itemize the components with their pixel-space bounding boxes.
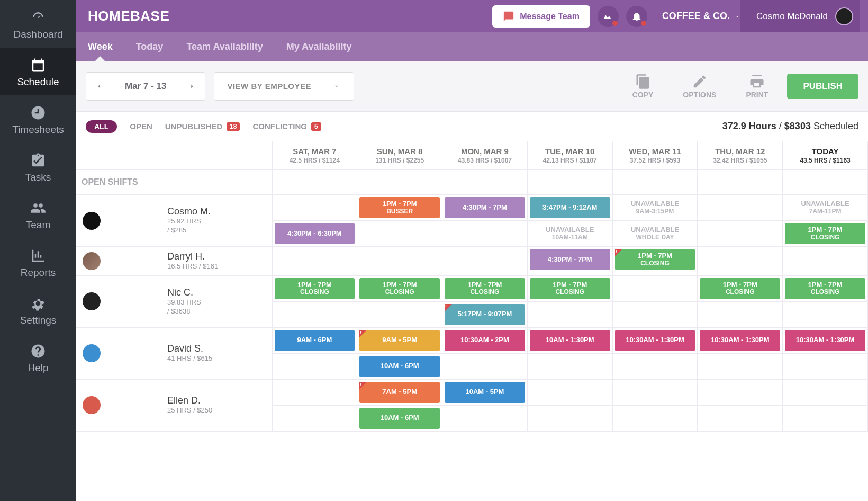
schedule-slot[interactable] [527,405,612,431]
schedule-slot[interactable] [612,275,698,301]
shift-block[interactable]: 9AM - 6PM [275,330,355,351]
schedule-slot[interactable]: 1PM - 7PMCLOSING [272,275,357,301]
schedule-slot[interactable] [527,353,612,379]
shift-block[interactable]: 1PM - 7PMCLOSING [785,223,865,244]
schedule-slot[interactable]: 4:30PM - 7PM [527,247,612,276]
shift-block[interactable]: 10AM - 5PM [445,382,525,403]
schedule-slot[interactable]: 9AM - 6PM [272,327,357,353]
sidebar-item-team[interactable]: Team [0,191,76,238]
prev-week-button[interactable] [86,73,112,100]
schedule-slot[interactable]: 1PM - 7PMCLOSING [698,275,783,301]
user-menu[interactable]: Cosmo McDonald [740,0,860,32]
open-shift-slot[interactable] [612,170,698,195]
shift-block[interactable]: 10AM - 1:30PM [530,330,610,351]
schedule-slot[interactable]: 1PM - 7PMCLOSING [357,275,442,301]
schedule-slot[interactable] [698,405,783,431]
shift-block[interactable]: 4:30PM - 6:30PM [275,223,355,244]
schedule-slot[interactable]: 10AM - 6PM [357,353,442,379]
schedule-slot[interactable]: 9AM - 5PM [357,327,442,353]
schedule-slot[interactable] [612,353,698,379]
schedule-slot[interactable] [612,405,698,431]
schedule-slot[interactable]: 1PM - 7PMBUSSER [357,195,442,221]
schedule-slot[interactable]: 10AM - 5PM [442,379,528,405]
schedule-slot[interactable]: 5:17PM - 9:07PM [442,301,528,327]
schedule-slot[interactable]: UNAVAILABLE9AM-3:15PM [612,195,698,221]
notifications-button[interactable] [626,6,647,27]
schedule-slot[interactable] [698,221,783,247]
schedule-slot[interactable]: 10AM - 6PM [357,405,442,431]
sidebar-item-timesheets[interactable]: Timesheets [0,95,76,143]
sidebar-item-settings[interactable]: Settings [0,286,76,334]
schedule-slot[interactable] [442,405,528,431]
shift-block[interactable]: 1PM - 7PMBUSSER [359,197,440,218]
schedule-slot[interactable] [698,301,783,327]
schedule-slot[interactable] [698,379,783,405]
schedule-slot[interactable]: UNAVAILABLE7AM-11PM [783,195,868,221]
shift-block[interactable]: 1PM - 7PMCLOSING [445,278,525,299]
subtab-week[interactable]: Week [86,41,115,61]
schedule-slot[interactable] [612,379,698,405]
schedule-slot[interactable] [442,247,528,276]
filter-conflicting[interactable]: CONFLICTING 5 [252,122,321,131]
subtab-today[interactable]: Today [134,41,166,61]
view-by-selector[interactable]: VIEW BY EMPLOYEE [214,72,354,101]
schedule-slot[interactable] [527,379,612,405]
shift-block[interactable]: 10:30AM - 1:30PM [615,330,695,351]
schedule-slot[interactable] [783,405,868,431]
schedule-slot[interactable] [783,247,868,276]
subtab-my_avail[interactable]: My Availability [284,41,354,61]
shift-block[interactable]: 1PM - 7PMCLOSING [275,278,355,299]
shift-block[interactable]: 7AM - 5PM [359,382,440,403]
shift-block[interactable]: 1PM - 7PMCLOSING [785,278,865,299]
schedule-slot[interactable] [527,301,612,327]
schedule-slot[interactable]: 10:30AM - 1:30PM [698,327,783,353]
schedule-slot[interactable] [272,247,357,276]
open-shift-slot[interactable] [357,170,442,195]
shift-block[interactable]: 10:30AM - 2PM [445,330,525,351]
shift-block[interactable]: 1PM - 7PMCLOSING [359,278,440,299]
schedule-slot[interactable]: 4:30PM - 7PM [442,195,528,221]
schedule-slot[interactable]: 10:30AM - 2PM [442,327,528,353]
shift-block[interactable]: 1PM - 7PMCLOSING [700,278,780,299]
sidebar-item-reports[interactable]: Reports [0,238,76,286]
schedule-slot[interactable] [442,221,528,247]
message-team-button[interactable]: Message Team [492,5,590,28]
schedule-slot[interactable] [698,195,783,221]
schedule-slot[interactable] [272,301,357,327]
next-week-button[interactable] [179,73,205,100]
date-range[interactable]: Mar 7 - 13 [112,73,179,100]
shift-block[interactable]: 10AM - 6PM [359,356,440,377]
sidebar-item-dashboard[interactable]: Dashboard [0,0,76,48]
options-button[interactable]: OPTIONS [672,74,727,99]
schedule-slot[interactable]: 1PM - 7PMCLOSING [783,221,868,247]
sidebar-item-schedule[interactable]: Schedule [0,48,76,95]
open-shift-slot[interactable] [783,170,868,195]
copy-button[interactable]: COPY [622,74,664,99]
schedule-slot[interactable]: 1PM - 7PMCLOSING [527,275,612,301]
schedule-slot[interactable] [442,353,528,379]
shift-block[interactable]: 1PM - 7PMCLOSING [530,278,610,299]
open-shift-slot[interactable] [272,170,357,195]
shift-block[interactable]: 10:30AM - 1:30PM [700,330,780,351]
shift-block[interactable]: 10AM - 6PM [359,408,440,429]
schedule-slot[interactable]: UNAVAILABLE10AM-11AM [527,221,612,247]
schedule-slot[interactable] [357,301,442,327]
schedule-slot[interactable]: 10:30AM - 1:30PM [783,327,868,353]
schedule-slot[interactable]: 3:47PM - 9:12AM [527,195,612,221]
subtab-team_avail[interactable]: Team Availability [184,41,265,61]
schedule-slot[interactable] [783,379,868,405]
filter-all[interactable]: ALL [86,120,117,133]
activity-button[interactable] [598,6,619,27]
schedule-slot[interactable]: 10AM - 1:30PM [527,327,612,353]
schedule-slot[interactable] [783,301,868,327]
schedule-slot[interactable] [357,247,442,276]
schedule-slot[interactable] [272,353,357,379]
shift-block[interactable]: 3:47PM - 9:12AM [530,197,610,218]
publish-button[interactable]: PUBLISH [787,74,858,99]
shift-block[interactable]: 9AM - 5PM [359,330,440,351]
schedule-slot[interactable] [272,195,357,221]
filter-unpublished[interactable]: UNPUBLISHED 18 [165,122,240,131]
sidebar-item-help[interactable]: Help [0,334,76,381]
schedule-slot[interactable]: 7AM - 5PM [357,379,442,405]
schedule-slot[interactable] [357,221,442,247]
